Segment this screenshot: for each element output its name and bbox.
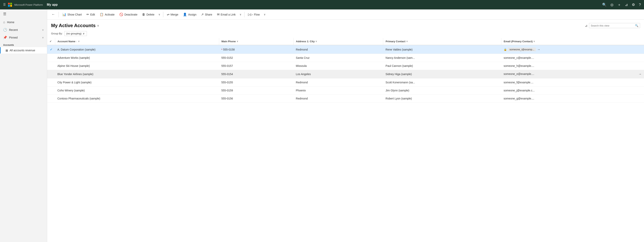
check-mark-icon: ✓ <box>50 48 52 51</box>
sidebar-item-home[interactable]: ⌂ Home <box>0 18 47 26</box>
row-main-phone: *555-0158 <box>219 45 294 54</box>
email-link-label: Email a Link <box>221 13 236 16</box>
edit-label: Edit <box>90 13 95 16</box>
cmd-divider-1 <box>58 12 59 17</box>
pinned-icon: 📌 <box>3 36 7 39</box>
table-row[interactable]: Coho Winery (sample)555-0159PhoenixJim G… <box>47 86 644 94</box>
row-main-phone: 555-0156 <box>219 94 294 102</box>
row-checkbox[interactable] <box>47 70 55 78</box>
group-by-select[interactable]: (no grouping) ∨ <box>64 31 87 36</box>
row-primary-contact: Jim Glynn (sample) <box>383 86 501 94</box>
more-button-2[interactable]: ∨ <box>238 12 243 17</box>
table-row[interactable]: City Power & Light (sample)555-0155Redmo… <box>47 78 644 86</box>
email-value: someone_j@example.c... <box>504 89 535 92</box>
table-row[interactable]: Blue Yonder Airlines (sample)555-0154Los… <box>47 70 644 78</box>
assign-icon: 👤 <box>183 12 187 16</box>
help-icon[interactable]: ? <box>639 3 641 7</box>
settings-icon[interactable]: ⚙ <box>632 2 635 7</box>
th-address-city[interactable]: Address 1: City ∨ <box>294 38 383 45</box>
search-box[interactable]: 🔍 <box>589 23 640 28</box>
merge-button[interactable]: ⇌ Merge <box>165 12 180 18</box>
deactivate-button[interactable]: 🚫 Deactivate <box>117 12 139 18</box>
email-value: someone_c@example.... <box>504 56 534 59</box>
show-chart-button[interactable]: 📊 Show Chart <box>60 12 84 18</box>
delete-label: Delete <box>146 13 154 16</box>
row-nav-arrow[interactable]: → <box>537 48 540 51</box>
more-button[interactable]: ∨ <box>157 12 162 17</box>
sidebar-hamburger[interactable]: ☰ <box>0 10 47 18</box>
group-by-value: (no grouping) <box>66 32 82 35</box>
th-main-phone-label: Main Phone <box>222 40 236 43</box>
table-row[interactable]: Adventure Works (sample)555-0152Santa Cr… <box>47 54 644 62</box>
th-main-phone-sort-icon: ∨ <box>236 40 238 43</box>
sidebar-item-pinned[interactable]: 📌 Pinned ∨ <box>0 34 47 41</box>
circle-icon[interactable]: ◎ <box>610 2 614 7</box>
accounts-table: ✓ Account Name ↑ ∨ Main Phone <box>47 38 644 102</box>
lock-icon: 🔒 <box>504 48 507 51</box>
row-checkbox[interactable] <box>47 62 55 70</box>
search-input[interactable] <box>591 24 635 27</box>
row-main-phone: 555-0159 <box>219 86 294 94</box>
flow-chevron[interactable]: ∨ <box>262 12 267 17</box>
row-email: someone_g@example.... <box>501 94 644 102</box>
th-email-primary-sort-icon: ∨ <box>533 40 535 43</box>
merge-icon: ⇌ <box>167 12 170 16</box>
delete-icon: 🗑 <box>142 13 145 16</box>
share-button[interactable]: ↗ Share <box>199 12 214 18</box>
row-email: someone_h@example.... <box>501 62 644 70</box>
activate-button[interactable]: 📋 Activate <box>98 12 116 18</box>
row-checkbox[interactable] <box>47 54 55 62</box>
row-checkbox[interactable] <box>47 86 55 94</box>
header-check-icon: ✓ <box>50 40 52 43</box>
waffle-icon[interactable]: ⠿ <box>3 2 6 7</box>
home-icon: ⌂ <box>3 20 5 24</box>
flow-button[interactable]: ▷▷ Flow <box>246 12 262 18</box>
row-primary-contact: Sidney Higa (sample) <box>383 70 501 78</box>
pinned-chevron-icon: ∨ <box>42 36 44 39</box>
microsoft-logo <box>8 3 12 7</box>
search-icon[interactable]: 🔍 <box>602 2 606 7</box>
table-row[interactable]: Alpine Ski House (sample)555-0157Missoul… <box>47 62 644 70</box>
row-checkbox[interactable] <box>47 78 55 86</box>
row-account-name: A. Datum Corporation (sample) <box>55 45 219 54</box>
row-city: Los Angeles <box>294 70 383 78</box>
row-nav-arrow[interactable]: → <box>638 72 642 76</box>
assign-button[interactable]: 👤 Assign <box>181 12 198 18</box>
email-link-button[interactable]: ✉ Email a Link <box>215 12 238 18</box>
delete-button[interactable]: 🗑 Delete <box>140 12 156 18</box>
email-value: someone_h@example.... <box>504 64 534 68</box>
share-label: Share <box>205 13 212 16</box>
plus-icon[interactable]: ＋ <box>618 2 621 7</box>
cmd-divider-3 <box>244 12 244 17</box>
brand-text: Microsoft Power Platform <box>14 3 43 6</box>
row-checkbox[interactable] <box>47 94 55 102</box>
view-title-chevron-icon[interactable]: ∨ <box>97 24 99 27</box>
row-primary-contact: Robert Lyon (sample) <box>383 94 501 102</box>
back-button[interactable]: ← <box>50 11 57 18</box>
content-area: ← 📊 Show Chart ✏ Edit 📋 Activate 🚫 Deact… <box>47 10 644 242</box>
view-filter-icon[interactable]: ⊿ <box>585 24 588 28</box>
group-by-label: Group By: <box>51 32 63 35</box>
th-checkbox[interactable]: ✓ <box>47 38 55 45</box>
th-email-primary[interactable]: Email (Primary Contact) ∨ <box>501 38 644 45</box>
sidebar-item-all-accounts-revenue[interactable]: ▦ All accounts revenue <box>0 47 47 54</box>
email-link-icon: ✉ <box>217 12 220 16</box>
table-row[interactable]: ✓A. Datum Corporation (sample)*555-0158R… <box>47 45 644 54</box>
share-icon: ↗ <box>201 12 204 16</box>
row-checkbox[interactable]: ✓ <box>47 45 55 54</box>
row-primary-contact: Paul Cannon (sample) <box>383 62 501 70</box>
sidebar-item-recent[interactable]: 🕐 Recent ∨ <box>0 26 47 34</box>
row-city: Redmond <box>294 94 383 102</box>
th-account-name[interactable]: Account Name ↑ ∨ <box>55 38 219 45</box>
table-header-row: ✓ Account Name ↑ ∨ Main Phone <box>47 38 644 45</box>
row-city: Santa Cruz <box>294 54 383 62</box>
th-address-city-sort-icon: ∨ <box>316 40 317 43</box>
edit-button[interactable]: ✏ Edit <box>84 12 97 18</box>
filter-nav-icon[interactable]: ⊿ <box>625 2 628 7</box>
th-primary-contact-label: Primary Contact <box>386 40 405 43</box>
th-primary-contact[interactable]: Primary Contact ∨ <box>383 38 501 45</box>
activate-icon: 📋 <box>100 12 104 16</box>
th-main-phone[interactable]: Main Phone ∨ <box>219 38 294 45</box>
app-name: My app <box>47 3 58 6</box>
table-row[interactable]: Contoso Pharmaceuticals (sample)555-0156… <box>47 94 644 102</box>
